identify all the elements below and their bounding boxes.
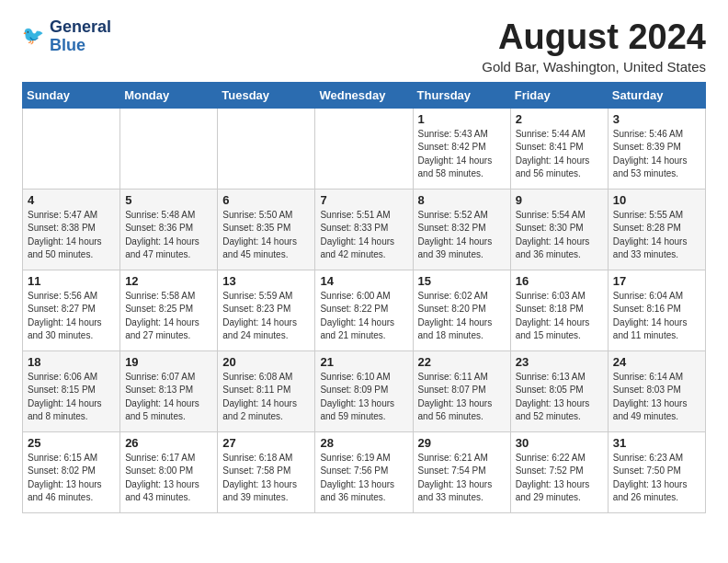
calendar-cell-w4-d2: 20Sunrise: 6:08 AMSunset: 8:11 PMDayligh… [218, 350, 315, 431]
subtitle: Gold Bar, Washington, United States [482, 59, 706, 75]
calendar-cell-w5-d6: 31Sunrise: 6:23 AMSunset: 7:50 PMDayligh… [608, 431, 705, 512]
cell-info-text: Sunrise: 6:10 AMSunset: 8:09 PMDaylight:… [320, 371, 407, 424]
weekday-header-row: SundayMondayTuesdayWednesdayThursdayFrid… [23, 82, 706, 108]
cell-day-number: 12 [125, 274, 212, 288]
calendar-cell-w1-d5: 2Sunrise: 5:44 AMSunset: 8:41 PMDaylight… [510, 108, 608, 189]
cell-info-text: Sunrise: 5:47 AMSunset: 8:38 PMDaylight:… [28, 209, 115, 262]
calendar-cell-w5-d5: 30Sunrise: 6:22 AMSunset: 7:52 PMDayligh… [510, 431, 608, 512]
calendar-cell-w3-d4: 15Sunrise: 6:02 AMSunset: 8:20 PMDayligh… [413, 270, 510, 350]
cell-info-text: Sunrise: 6:02 AMSunset: 8:20 PMDaylight:… [418, 290, 506, 343]
calendar-cell-w4-d3: 21Sunrise: 6:10 AMSunset: 8:09 PMDayligh… [315, 350, 413, 431]
calendar-cell-w4-d0: 18Sunrise: 6:06 AMSunset: 8:15 PMDayligh… [23, 350, 120, 431]
main-title: August 2024 [482, 18, 706, 57]
cell-day-number: 22 [418, 355, 506, 369]
cell-info-text: Sunrise: 6:08 AMSunset: 8:11 PMDaylight:… [222, 371, 310, 424]
cell-day-number: 18 [28, 355, 115, 369]
calendar-cell-w5-d0: 25Sunrise: 6:15 AMSunset: 8:02 PMDayligh… [23, 431, 120, 512]
calendar-header: SundayMondayTuesdayWednesdayThursdayFrid… [23, 82, 706, 108]
header: 🐦 General Blue August 2024 Gold Bar, Was… [22, 18, 706, 75]
calendar-cell-w1-d6: 3Sunrise: 5:46 AMSunset: 8:39 PMDaylight… [608, 108, 705, 189]
cell-day-number: 15 [418, 274, 506, 288]
cell-info-text: Sunrise: 5:43 AMSunset: 8:42 PMDaylight:… [418, 128, 506, 181]
cell-info-text: Sunrise: 6:18 AMSunset: 7:58 PMDaylight:… [222, 452, 310, 505]
calendar-cell-w2-d2: 6Sunrise: 5:50 AMSunset: 8:35 PMDaylight… [218, 189, 315, 270]
cell-info-text: Sunrise: 5:48 AMSunset: 8:36 PMDaylight:… [125, 209, 212, 262]
calendar-cell-w4-d4: 22Sunrise: 6:11 AMSunset: 8:07 PMDayligh… [413, 350, 510, 431]
cell-info-text: Sunrise: 5:59 AMSunset: 8:23 PMDaylight:… [222, 290, 310, 343]
weekday-header-sunday: Sunday [23, 82, 120, 108]
week-row-1: 1Sunrise: 5:43 AMSunset: 8:42 PMDaylight… [23, 108, 706, 189]
svg-text:🐦: 🐦 [22, 25, 45, 46]
weekday-header-monday: Monday [120, 82, 218, 108]
cell-info-text: Sunrise: 6:14 AMSunset: 8:03 PMDaylight:… [613, 371, 700, 424]
logo-bird-icon: 🐦 [22, 24, 48, 50]
calendar-cell-w3-d0: 11Sunrise: 5:56 AMSunset: 8:27 PMDayligh… [23, 270, 120, 350]
week-row-4: 18Sunrise: 6:06 AMSunset: 8:15 PMDayligh… [23, 350, 706, 431]
calendar-cell-w1-d0 [23, 108, 120, 189]
calendar-cell-w3-d3: 14Sunrise: 6:00 AMSunset: 8:22 PMDayligh… [315, 270, 413, 350]
cell-day-number: 8 [418, 193, 506, 207]
cell-info-text: Sunrise: 5:46 AMSunset: 8:39 PMDaylight:… [613, 128, 700, 181]
cell-info-text: Sunrise: 6:04 AMSunset: 8:16 PMDaylight:… [613, 290, 700, 343]
calendar-cell-w3-d5: 16Sunrise: 6:03 AMSunset: 8:18 PMDayligh… [510, 270, 608, 350]
cell-day-number: 3 [613, 112, 700, 126]
cell-day-number: 5 [125, 193, 212, 207]
cell-day-number: 17 [613, 274, 700, 288]
calendar-table: SundayMondayTuesdayWednesdayThursdayFrid… [22, 82, 706, 513]
cell-info-text: Sunrise: 6:15 AMSunset: 8:02 PMDaylight:… [28, 452, 115, 505]
cell-info-text: Sunrise: 6:22 AMSunset: 7:52 PMDaylight:… [516, 452, 603, 505]
cell-day-number: 4 [28, 193, 115, 207]
cell-info-text: Sunrise: 6:11 AMSunset: 8:07 PMDaylight:… [418, 371, 506, 424]
calendar-cell-w2-d3: 7Sunrise: 5:51 AMSunset: 8:33 PMDaylight… [315, 189, 413, 270]
cell-info-text: Sunrise: 5:50 AMSunset: 8:35 PMDaylight:… [222, 209, 310, 262]
calendar-cell-w1-d3 [315, 108, 413, 189]
calendar-cell-w3-d1: 12Sunrise: 5:58 AMSunset: 8:25 PMDayligh… [120, 270, 218, 350]
cell-day-number: 21 [320, 355, 407, 369]
calendar-cell-w2-d5: 9Sunrise: 5:54 AMSunset: 8:30 PMDaylight… [510, 189, 608, 270]
calendar-cell-w1-d1 [120, 108, 218, 189]
calendar-cell-w3-d2: 13Sunrise: 5:59 AMSunset: 8:23 PMDayligh… [218, 270, 315, 350]
week-row-2: 4Sunrise: 5:47 AMSunset: 8:38 PMDaylight… [23, 189, 706, 270]
weekday-header-thursday: Thursday [413, 82, 510, 108]
cell-info-text: Sunrise: 6:17 AMSunset: 8:00 PMDaylight:… [125, 452, 212, 505]
cell-info-text: Sunrise: 6:06 AMSunset: 8:15 PMDaylight:… [28, 371, 115, 424]
cell-day-number: 27 [222, 436, 310, 450]
cell-day-number: 30 [516, 436, 603, 450]
weekday-header-wednesday: Wednesday [315, 82, 413, 108]
weekday-header-tuesday: Tuesday [218, 82, 315, 108]
calendar-cell-w2-d0: 4Sunrise: 5:47 AMSunset: 8:38 PMDaylight… [23, 189, 120, 270]
cell-day-number: 7 [320, 193, 407, 207]
cell-day-number: 29 [418, 436, 506, 450]
calendar-cell-w3-d6: 17Sunrise: 6:04 AMSunset: 8:16 PMDayligh… [608, 270, 705, 350]
cell-info-text: Sunrise: 6:07 AMSunset: 8:13 PMDaylight:… [125, 371, 212, 424]
cell-day-number: 23 [516, 355, 603, 369]
cell-info-text: Sunrise: 5:51 AMSunset: 8:33 PMDaylight:… [320, 209, 407, 262]
calendar-cell-w4-d6: 24Sunrise: 6:14 AMSunset: 8:03 PMDayligh… [608, 350, 705, 431]
cell-day-number: 16 [516, 274, 603, 288]
cell-info-text: Sunrise: 5:58 AMSunset: 8:25 PMDaylight:… [125, 290, 212, 343]
cell-info-text: Sunrise: 5:56 AMSunset: 8:27 PMDaylight:… [28, 290, 115, 343]
weekday-header-saturday: Saturday [608, 82, 705, 108]
calendar-cell-w1-d2 [218, 108, 315, 189]
cell-day-number: 9 [516, 193, 603, 207]
calendar-cell-w2-d4: 8Sunrise: 5:52 AMSunset: 8:32 PMDaylight… [413, 189, 510, 270]
logo-text: General Blue [50, 18, 111, 55]
cell-info-text: Sunrise: 5:52 AMSunset: 8:32 PMDaylight:… [418, 209, 506, 262]
cell-day-number: 6 [222, 193, 310, 207]
cell-day-number: 1 [418, 112, 506, 126]
cell-info-text: Sunrise: 6:21 AMSunset: 7:54 PMDaylight:… [418, 452, 506, 505]
calendar-cell-w5-d4: 29Sunrise: 6:21 AMSunset: 7:54 PMDayligh… [413, 431, 510, 512]
cell-day-number: 25 [28, 436, 115, 450]
calendar-cell-w4-d5: 23Sunrise: 6:13 AMSunset: 8:05 PMDayligh… [510, 350, 608, 431]
week-row-5: 25Sunrise: 6:15 AMSunset: 8:02 PMDayligh… [23, 431, 706, 512]
cell-day-number: 20 [222, 355, 310, 369]
cell-info-text: Sunrise: 6:23 AMSunset: 7:50 PMDaylight:… [613, 452, 700, 505]
cell-day-number: 19 [125, 355, 212, 369]
cell-info-text: Sunrise: 5:55 AMSunset: 8:28 PMDaylight:… [613, 209, 700, 262]
calendar-cell-w4-d1: 19Sunrise: 6:07 AMSunset: 8:13 PMDayligh… [120, 350, 218, 431]
cell-day-number: 2 [516, 112, 603, 126]
cell-info-text: Sunrise: 6:19 AMSunset: 7:56 PMDaylight:… [320, 452, 407, 505]
calendar-cell-w5-d3: 28Sunrise: 6:19 AMSunset: 7:56 PMDayligh… [315, 431, 413, 512]
calendar-cell-w2-d1: 5Sunrise: 5:48 AMSunset: 8:36 PMDaylight… [120, 189, 218, 270]
weekday-header-friday: Friday [510, 82, 608, 108]
